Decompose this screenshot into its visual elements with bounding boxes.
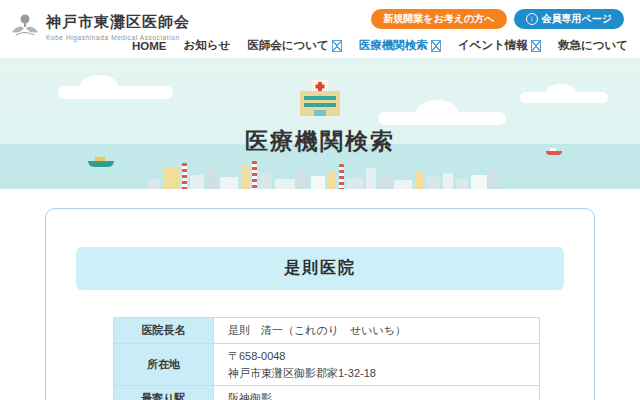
building-decoration	[260, 173, 272, 189]
building-decoration	[275, 179, 295, 189]
main-content: 是則医院 医院長名 是則 清一（これのり せいいち） 所在地 〒658-0048…	[0, 189, 640, 400]
building-decoration	[241, 165, 249, 189]
building-decoration	[298, 169, 308, 189]
building-decoration	[366, 168, 376, 189]
building-decoration	[182, 163, 187, 189]
table-row: 最寄り駅 阪神御影	[114, 386, 540, 400]
nav-item-emergency[interactable]: 救急について	[558, 38, 628, 53]
building-decoration	[426, 177, 440, 189]
table-row: 所在地 〒658-0048 神戸市東灘区御影郡家1-32-18	[114, 344, 540, 386]
boat-icon	[88, 161, 114, 167]
building-decoration	[471, 175, 487, 189]
building-decoration	[190, 175, 204, 189]
detail-value-director: 是則 清一（これのり せいいち）	[214, 318, 540, 344]
hospital-building-icon	[297, 104, 343, 121]
detail-value-address: 〒658-0048 神戸市東灘区御影郡家1-32-18	[214, 344, 540, 386]
building-decoration	[163, 167, 179, 189]
building-decoration	[148, 179, 160, 189]
building-decoration	[207, 170, 217, 189]
detail-label-director: 医院長名	[114, 318, 214, 344]
building-decoration	[252, 161, 257, 189]
site-title: 神戸市東灘区医師会	[46, 13, 190, 32]
site-header: 神戸市東灘区医師会 Kobe Higashinada Medical Assoc…	[0, 0, 640, 58]
building-decoration	[220, 177, 238, 189]
new-practice-button[interactable]: 新規開業をお考えの方へ	[371, 9, 506, 29]
building-decoration	[379, 174, 391, 189]
hero-content: 医療機関検索	[0, 80, 640, 157]
members-page-button[interactable]: ↓ 会員専用ページ	[514, 9, 624, 29]
building-decoration	[415, 171, 423, 189]
broken-image-box-icon	[431, 40, 441, 52]
nav-item-facility-search[interactable]: 医療機関検索	[359, 38, 441, 53]
building-decoration	[456, 179, 468, 189]
building-decoration	[311, 176, 325, 189]
new-practice-label: 新規開業をお考えの方へ	[383, 12, 494, 26]
header-cta-row: 新規開業をお考えの方へ ↓ 会員専用ページ	[371, 9, 624, 29]
broken-image-box-icon	[332, 40, 342, 52]
detail-value-station: 阪神御影	[214, 386, 540, 400]
nav-item-home[interactable]: HOME	[132, 40, 167, 52]
building-decoration	[347, 178, 363, 189]
broken-image-box-icon	[531, 40, 541, 52]
hero-banner: 医療機関検索	[0, 58, 640, 189]
detail-label-station: 最寄り駅	[114, 386, 214, 400]
circle-down-arrow-icon: ↓	[526, 13, 538, 25]
page-title: 医療機関検索	[0, 126, 640, 157]
nav-item-about[interactable]: 医師会について	[247, 38, 342, 53]
nav-item-events[interactable]: イベント情報	[458, 38, 541, 53]
members-page-label: 会員専用ページ	[542, 12, 612, 26]
clinic-detail-table: 医院長名 是則 清一（これのり せいいち） 所在地 〒658-0048 神戸市東…	[113, 317, 540, 400]
building-decoration	[328, 172, 336, 189]
building-decoration	[394, 180, 412, 189]
medical-association-crest-icon	[10, 12, 40, 42]
clinic-detail-card: 是則医院 医院長名 是則 清一（これのり せいいち） 所在地 〒658-0048…	[45, 208, 595, 400]
building-decoration	[443, 173, 453, 189]
detail-label-address: 所在地	[114, 344, 214, 386]
nav-item-news[interactable]: お知らせ	[183, 38, 230, 53]
clinic-name: 是則医院	[284, 258, 356, 279]
building-decoration	[490, 169, 498, 189]
table-row: 医院長名 是則 清一（これのり せいいち）	[114, 318, 540, 344]
clinic-name-banner: 是則医院	[76, 247, 564, 290]
building-decoration	[339, 164, 344, 189]
main-nav: HOME お知らせ 医師会について 医療機関検索 イベント情報 救急について	[132, 38, 628, 53]
